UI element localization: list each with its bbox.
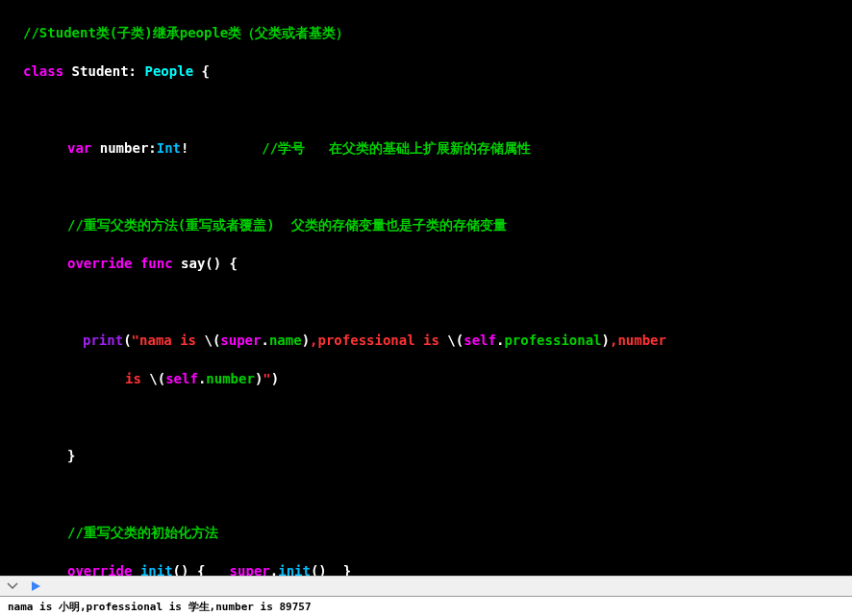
brace: { (202, 63, 210, 79)
type: Int (157, 140, 181, 156)
init-call: init (278, 563, 311, 576)
brace: { (221, 256, 238, 271)
blank-line (0, 407, 852, 427)
keyword-class: class (23, 63, 63, 79)
code-line: //重写父类的初始化方法 (0, 523, 852, 542)
brace: } (67, 448, 75, 463)
comment: //重写父类的初始化方法 (67, 525, 218, 540)
class-name: Student (72, 63, 129, 79)
code-line: var number:Int! //学号 在父类的基础上扩展新的存储属性 (0, 138, 852, 158)
interp-close: ) (602, 333, 610, 348)
parens: () (173, 563, 189, 576)
interp-open: \( (447, 333, 464, 348)
print-call: print (83, 333, 123, 348)
string: " (263, 371, 270, 386)
code-line: print("nama is \(super.name),professiona… (0, 331, 852, 350)
string: ,number (610, 333, 666, 348)
code-line: override init() { super.init() } (0, 561, 852, 576)
code-line-wrap: is \(self.number)") (0, 369, 852, 388)
var-name: number (100, 140, 149, 156)
keyword-func: func (140, 256, 173, 271)
interp-open: \( (149, 371, 165, 386)
comment: //Student类(子类)继承people类（父类或者基类） (23, 25, 349, 40)
blank-line (0, 100, 852, 119)
func-name: say (181, 256, 205, 271)
blank-line (0, 177, 852, 196)
property: professional (504, 333, 601, 348)
keyword-override: override (67, 256, 132, 271)
code-line: //重写父类的方法(重写或者覆盖) 父类的存储变量也是子类的存储变量 (0, 215, 852, 234)
toggle-console-icon[interactable] (6, 579, 19, 593)
parens: () (311, 563, 327, 576)
code-line: } (0, 446, 852, 465)
blank-line (0, 292, 852, 311)
brace: { (188, 563, 229, 576)
interp-close: ) (302, 333, 310, 348)
comment: //重写父类的方法(重写或者覆盖) 父类的存储变量也是子类的存储变量 (67, 217, 507, 233)
blank-line (0, 484, 852, 504)
code-line: override func say() { (0, 254, 852, 273)
lparen: ( (123, 333, 131, 348)
parent-class: People (144, 63, 193, 79)
string: "nama is (132, 333, 205, 348)
dot: . (261, 333, 268, 348)
property: name (269, 333, 302, 348)
console-output: nama is 小明,professional is 学生,number is … (0, 597, 852, 616)
brace: } (327, 563, 351, 576)
rparen: ) (271, 371, 279, 386)
keyword-init: init (140, 563, 173, 576)
code-line: class Student: People { (0, 62, 852, 81)
colon: : (148, 140, 156, 156)
code-line: //Student类(子类)继承people类（父类或者基类） (0, 23, 852, 42)
keyword-var: var (67, 140, 91, 156)
comment: //学号 在父类的基础上扩展新的存储属性 (188, 140, 531, 156)
code-editor[interactable]: //Student类(子类)继承people类（父类或者基类） class St… (0, 0, 852, 576)
colon: : (129, 63, 137, 79)
string: is (125, 371, 149, 386)
keyword-super: super (230, 563, 270, 576)
dot: . (270, 563, 278, 576)
string: ,professional is (310, 333, 447, 348)
console-toolbar (0, 576, 852, 597)
interp-open: \( (204, 333, 220, 348)
keyword-override: override (67, 563, 132, 576)
run-icon[interactable] (29, 579, 42, 593)
keyword-self: self (165, 371, 198, 386)
parens: () (205, 256, 221, 271)
property: number (206, 371, 255, 386)
keyword-self: self (464, 333, 496, 348)
keyword-super: super (220, 333, 261, 348)
